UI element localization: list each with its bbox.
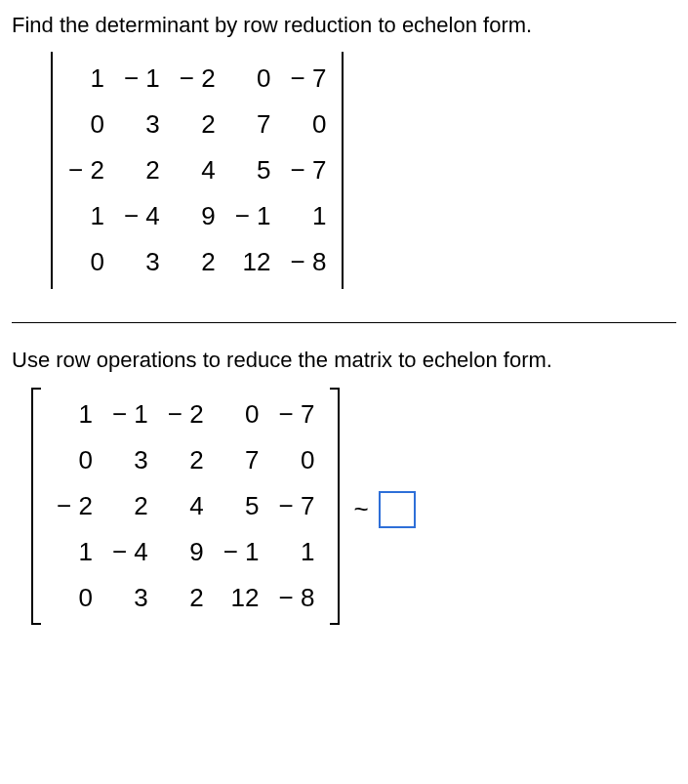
matrix-cell: − 2 bbox=[170, 56, 225, 102]
section-divider bbox=[12, 322, 676, 323]
matrix-cell: − 4 bbox=[102, 529, 158, 575]
matrix-row: − 2 2 4 5 − 7 bbox=[59, 147, 336, 193]
matrix-cell: 3 bbox=[114, 239, 170, 285]
matrix-cell: 0 bbox=[59, 102, 114, 147]
determinant-matrix: 1 − 1 − 2 0 − 7 0 3 2 7 0 − 2 2 4 5 − 7 bbox=[51, 52, 344, 295]
matrix-cell: − 8 bbox=[269, 575, 325, 621]
matrix-cell: 2 bbox=[158, 437, 214, 483]
matrix-cell: 4 bbox=[170, 147, 225, 193]
matrix-cell: 2 bbox=[170, 239, 225, 285]
matrix-cell: 5 bbox=[225, 147, 281, 193]
matrix-cell: − 2 bbox=[59, 147, 114, 193]
matrix-cell: 2 bbox=[158, 575, 214, 621]
matrix-cell: − 7 bbox=[269, 483, 325, 529]
matrix-cell: 2 bbox=[114, 147, 170, 193]
matrix-cell: 1 bbox=[281, 193, 337, 239]
matrix-cell: 7 bbox=[214, 437, 269, 483]
matrix-cell: 12 bbox=[225, 239, 281, 285]
matrix-cell: 9 bbox=[158, 529, 214, 575]
matrix-cell: − 7 bbox=[281, 147, 337, 193]
matrix-cell: − 7 bbox=[269, 392, 325, 437]
matrix-cell: 0 bbox=[281, 102, 337, 147]
matrix-row: 1 − 1 − 2 0 − 7 bbox=[59, 56, 336, 102]
matrix-cell: 4 bbox=[158, 483, 214, 529]
det-bar-right bbox=[342, 52, 344, 289]
bracket-right bbox=[330, 388, 340, 625]
matrix-cell: 0 bbox=[225, 56, 281, 102]
matrix-row: 0 3 2 12 − 8 bbox=[59, 239, 336, 285]
matrix-row: 1 − 4 9 − 1 1 bbox=[47, 529, 324, 575]
matrix-cell: 9 bbox=[170, 193, 225, 239]
matrix-cell: − 4 bbox=[114, 193, 170, 239]
matrix-row: 0 3 2 7 0 bbox=[47, 437, 324, 483]
matrix-cell: 1 bbox=[47, 529, 102, 575]
matrix-cell: 3 bbox=[114, 102, 170, 147]
matrix-cell: − 8 bbox=[281, 239, 337, 285]
matrix-cell: 1 bbox=[59, 56, 114, 102]
bracket-left bbox=[31, 388, 41, 625]
matrix-cell: 12 bbox=[214, 575, 269, 621]
row-equivalence-icon: ~ bbox=[353, 494, 368, 524]
matrix-cell: 0 bbox=[269, 437, 325, 483]
matrix-cell: − 1 bbox=[102, 392, 158, 437]
matrix-cell: 2 bbox=[102, 483, 158, 529]
matrix-row: 0 3 2 12 − 8 bbox=[47, 575, 324, 621]
echelon-matrix: 1 − 1 − 2 0 − 7 0 3 2 7 0 − 2 2 4 bbox=[31, 388, 340, 631]
matrix-cell: − 2 bbox=[158, 392, 214, 437]
matrix-cell: − 2 bbox=[47, 483, 102, 529]
matrix-cell: 1 bbox=[269, 529, 325, 575]
matrix-body: 1 − 1 − 2 0 − 7 0 3 2 7 0 − 2 2 4 bbox=[41, 388, 330, 625]
matrix-cell: 0 bbox=[47, 437, 102, 483]
matrix-cell: 7 bbox=[225, 102, 281, 147]
instruction-text: Use row operations to reduce the matrix … bbox=[12, 347, 676, 375]
matrix-cell: 0 bbox=[47, 575, 102, 621]
matrix-cell: 1 bbox=[59, 193, 114, 239]
matrix-cell: 3 bbox=[102, 437, 158, 483]
matrix-cell: − 7 bbox=[281, 56, 337, 102]
matrix-row: 0 3 2 7 0 bbox=[59, 102, 336, 147]
matrix-cell: 0 bbox=[214, 392, 269, 437]
matrix-row: 1 − 4 9 − 1 1 bbox=[59, 193, 336, 239]
matrix-cell: − 1 bbox=[214, 529, 269, 575]
answer-input[interactable] bbox=[379, 491, 416, 528]
matrix-body: 1 − 1 − 2 0 − 7 0 3 2 7 0 − 2 2 4 5 − 7 bbox=[53, 52, 342, 289]
matrix-row: 1 − 1 − 2 0 − 7 bbox=[47, 392, 324, 437]
matrix-cell: 5 bbox=[214, 483, 269, 529]
matrix-cell: − 1 bbox=[225, 193, 281, 239]
matrix-row: − 2 2 4 5 − 7 bbox=[47, 483, 324, 529]
matrix-cell: 0 bbox=[59, 239, 114, 285]
matrix-cell: 1 bbox=[47, 392, 102, 437]
matrix-cell: − 1 bbox=[114, 56, 170, 102]
question-prompt: Find the determinant by row reduction to… bbox=[12, 12, 676, 40]
matrix-cell: 2 bbox=[170, 102, 225, 147]
matrix-cell: 3 bbox=[102, 575, 158, 621]
